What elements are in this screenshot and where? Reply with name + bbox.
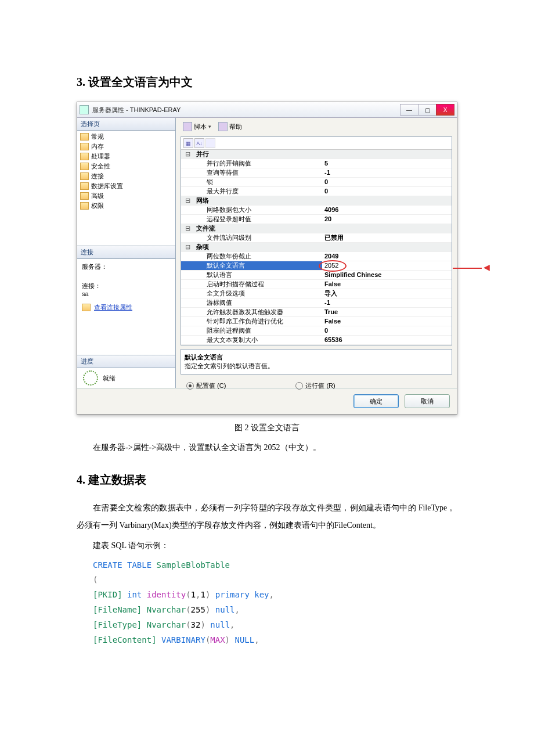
connection-value: sa	[82, 290, 171, 297]
page-icon	[80, 133, 89, 141]
grid-toolbar: ▦ A↓	[181, 137, 452, 150]
help-icon	[218, 122, 228, 131]
property-row: 阻塞的进程阈值0	[181, 326, 452, 336]
page-label: 数据库设置	[91, 182, 123, 190]
page-item-connections[interactable]: 连接	[77, 171, 175, 181]
property-row: 远程登录超时值20	[181, 215, 452, 224]
page-label: 内存	[91, 142, 104, 151]
paragraph: 建表 SQL 语句示例：	[77, 537, 457, 554]
dialog-title: 服务器属性 - THINKPAD-ERAY	[92, 106, 400, 114]
sort-icon[interactable]: A↓	[194, 138, 204, 148]
category-row: ⊟并行	[181, 150, 452, 159]
page-icon	[80, 153, 89, 160]
category-label: 文件流	[194, 224, 452, 233]
prop-key-fulltext-lang[interactable]: 默认全文语言	[194, 261, 322, 271]
dialog-titlebar[interactable]: 服务器属性 - THINKPAD-ERAY — ▢ X	[77, 102, 457, 118]
highlight-circle	[319, 260, 347, 272]
page-icon	[80, 143, 89, 150]
property-row: 锁0	[181, 178, 452, 187]
window-close-button[interactable]: X	[436, 104, 454, 116]
script-label: 脚本	[194, 123, 207, 131]
sql-code-block: CREATE TABLE SampleBlobTable ( [PKID] in…	[93, 558, 457, 648]
section-4-heading: 4. 建立数据表	[77, 472, 457, 488]
property-row: 并行的开销阈值5	[181, 159, 452, 168]
page-item-general[interactable]: 常规	[77, 132, 175, 142]
property-row: 针对即席工作负荷进行优化False	[181, 317, 452, 326]
cancel-button[interactable]: 取消	[405, 394, 450, 408]
script-button[interactable]: 脚本 ▾	[181, 121, 214, 132]
page-item-advanced[interactable]: 高级	[77, 191, 175, 201]
page-tree: 常规 内存 处理器 安全性 连接 数据库设置 高级 权限	[77, 131, 175, 246]
page-label: 处理器	[91, 152, 110, 161]
figure-caption: 图 2 设置全文语言	[77, 423, 457, 433]
radio-dot-icon	[295, 382, 303, 390]
progress-status: 就绪	[103, 374, 116, 383]
radio-label: 运行值 (R)	[305, 381, 335, 390]
right-content-pane: 脚本 ▾ 帮助 ▦ A↓ ⊟并行 并行的开销阈值5 查询等待值-1 锁0 最大并…	[176, 118, 457, 388]
page-item-db-settings[interactable]: 数据库设置	[77, 181, 175, 191]
category-label: 并行	[194, 150, 452, 159]
radio-running-value[interactable]: 运行值 (R)	[295, 381, 335, 390]
property-grid: ⊟并行 并行的开销阈值5 查询等待值-1 锁0 最大并行度0 ⊟网络 网络数据包…	[181, 150, 452, 345]
prop-value-fulltext-lang[interactable]: 2052◀	[322, 261, 452, 271]
page-label: 连接	[91, 172, 104, 181]
page-item-security[interactable]: 安全性	[77, 161, 175, 171]
script-icon	[183, 122, 192, 131]
prop-value[interactable]: 5	[322, 159, 452, 168]
page-icon	[80, 172, 89, 180]
paragraph: 在需要全文检索的数据表中，必须有一列字符型的字段存放文件类型，例如建表语句中的 …	[77, 499, 457, 534]
categorize-icon[interactable]: ▦	[183, 138, 193, 148]
view-connection-properties-link[interactable]: 查看连接属性	[94, 303, 132, 312]
server-properties-dialog: 服务器属性 - THINKPAD-ERAY — ▢ X 选择页 常规 内存 处理…	[77, 102, 457, 415]
connection-label: 连接：	[82, 282, 171, 290]
prop-key[interactable]: 并行的开销阈值	[194, 159, 322, 168]
connection-header: 连接	[77, 246, 175, 259]
highlight-arrow: ◀	[484, 264, 490, 271]
page-item-memory[interactable]: 内存	[77, 142, 175, 152]
grid-tool-icon[interactable]	[205, 138, 215, 148]
page-item-processor[interactable]: 处理器	[77, 152, 175, 161]
page-icon	[80, 163, 89, 170]
content-toolbar: 脚本 ▾ 帮助	[176, 118, 457, 135]
value-mode-radios: 配置值 (C) 运行值 (R)	[186, 381, 451, 390]
property-row: 两位数年份截止2049	[181, 252, 452, 261]
category-row: ⊟网络	[181, 196, 452, 206]
description-title: 默认全文语言	[185, 353, 448, 362]
property-grid-wrapper: ▦ A↓ ⊟并行 并行的开销阈值5 查询等待值-1 锁0 最大并行度0 ⊟网络 …	[181, 136, 452, 345]
progress-spinner-icon	[83, 370, 98, 386]
category-row: ⊟文件流	[181, 224, 452, 233]
category-row: ⊟杂项	[181, 243, 452, 252]
radio-configured-value[interactable]: 配置值 (C)	[186, 381, 226, 390]
property-row: 游标阈值-1	[181, 298, 452, 308]
category-label: 网络	[194, 196, 452, 206]
radio-dot-icon	[186, 382, 194, 390]
property-row: 允许触发器激发其他触发器True	[181, 308, 452, 317]
ok-button[interactable]: 确定	[353, 394, 399, 408]
window-maximize-button[interactable]: ▢	[418, 104, 436, 116]
help-label: 帮助	[229, 123, 242, 131]
page-label: 高级	[91, 192, 104, 200]
description-box: 默认全文语言 指定全文索引列的默认语言值。	[181, 349, 452, 375]
app-icon	[80, 105, 89, 114]
progress-header: 进度	[77, 355, 175, 368]
property-row: 全文升级选项导入	[181, 289, 452, 298]
link-icon	[82, 304, 91, 311]
help-button[interactable]: 帮助	[216, 121, 244, 132]
property-row: 网络数据包大小4096	[181, 206, 452, 215]
property-row-selected: 默认全文语言2052◀	[181, 261, 452, 271]
chevron-down-icon[interactable]: ▾	[208, 124, 211, 129]
progress-pane: 进度 就绪	[77, 355, 175, 388]
connection-pane: 服务器： 连接： sa 查看连接属性	[77, 259, 175, 355]
page-icon	[80, 182, 89, 190]
window-minimize-button[interactable]: —	[400, 104, 418, 116]
property-row: 启动时扫描存储过程False	[181, 280, 452, 289]
radio-label: 配置值 (C)	[196, 381, 226, 390]
description-body: 指定全文索引列的默认语言值。	[185, 362, 448, 370]
page-item-permissions[interactable]: 权限	[77, 201, 175, 211]
left-navigation-pane: 选择页 常规 内存 处理器 安全性 连接 数据库设置 高级 权限 连接 服务器：…	[77, 118, 176, 388]
property-row: 最大并行度0	[181, 187, 452, 196]
property-row: 默认语言Simplified Chinese	[181, 271, 452, 280]
page-label: 权限	[91, 201, 104, 210]
server-label: 服务器：	[82, 262, 171, 271]
page-icon	[80, 192, 89, 200]
